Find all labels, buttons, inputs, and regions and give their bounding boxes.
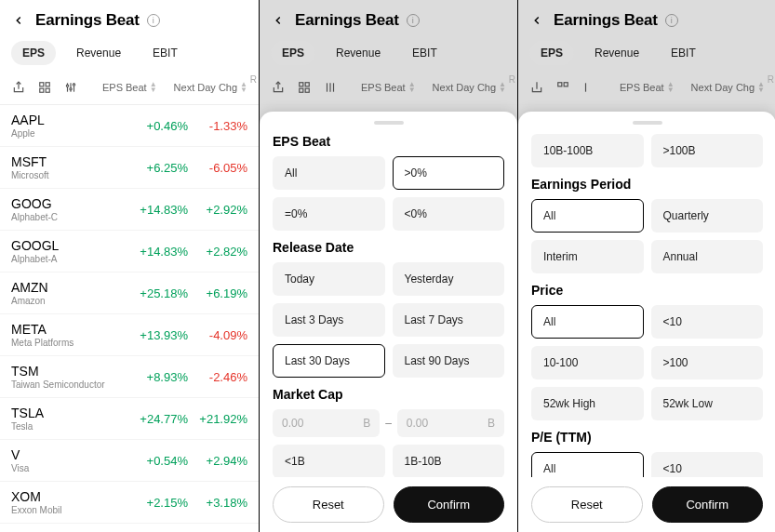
chip-option[interactable]: >100B <box>651 134 764 167</box>
tab-revenue[interactable]: Revenue <box>583 41 650 65</box>
svg-point-7 <box>66 85 68 86</box>
chip-option[interactable]: All <box>273 156 385 190</box>
chip-option[interactable]: All <box>531 305 644 339</box>
svg-rect-11 <box>305 83 309 86</box>
table-row[interactable]: NFLXNetflix+5.56%+11.09% <box>0 524 259 532</box>
sheet-handle[interactable] <box>633 121 662 125</box>
grid-icon[interactable] <box>297 80 312 95</box>
filter-eps-beat-label: EPS Beat <box>273 134 504 149</box>
table-row[interactable]: METAMeta Platforms+13.93%-4.09% <box>0 314 259 356</box>
tab-eps[interactable]: EPS <box>529 41 574 65</box>
info-icon[interactable]: i <box>665 14 678 27</box>
mcap-min-input[interactable]: 0.00B <box>273 409 380 437</box>
table-row[interactable]: VVisa+0.54%+2.94% <box>0 440 259 482</box>
chip-option[interactable]: <0% <box>393 197 505 231</box>
tab-eps[interactable]: EPS <box>11 41 56 65</box>
panel-list: Earnings Beat i EPSRevenueEBIT EPS Beat▲… <box>0 0 259 532</box>
share-icon[interactable] <box>529 80 544 95</box>
table-row[interactable]: XOMExxon Mobil+2.15%+3.18% <box>0 482 259 524</box>
svg-point-9 <box>73 84 74 86</box>
tab-revenue[interactable]: Revenue <box>65 41 132 65</box>
chip-option[interactable]: Last 30 Days <box>273 344 385 378</box>
confirm-button[interactable]: Confirm <box>652 486 764 523</box>
filter-icon[interactable] <box>323 80 338 95</box>
page-title: Earnings Beat <box>35 11 140 30</box>
col-next-day[interactable]: Next Day Chg▲▼ <box>174 82 247 93</box>
tab-ebit[interactable]: EBIT <box>660 41 707 65</box>
svg-rect-17 <box>558 83 562 86</box>
tab-ebit[interactable]: EBIT <box>401 41 448 65</box>
chip-option[interactable]: Last 90 Days <box>393 344 505 378</box>
filter-sheet: 10B-100B>100B Earnings Period AllQuarter… <box>518 112 775 532</box>
back-icon[interactable] <box>528 11 546 30</box>
table-row[interactable]: GOOGLAlphabet-A+14.83%+2.82% <box>0 231 259 273</box>
chip-option[interactable]: Interim <box>531 240 644 273</box>
filter-release-label: Release Date <box>273 240 504 255</box>
info-icon[interactable]: i <box>407 14 420 27</box>
filter-icon[interactable] <box>581 80 596 95</box>
chip-option[interactable]: =0% <box>273 197 385 231</box>
svg-rect-10 <box>300 83 303 86</box>
chip-option[interactable]: Last 3 Days <box>273 303 385 337</box>
toolbar: EPS Beat▲▼ Next Day Chg▲▼ <box>0 74 259 105</box>
svg-rect-18 <box>564 83 568 86</box>
edge-glyph: R <box>250 74 257 85</box>
chip-option[interactable]: 10B-100B <box>531 134 644 167</box>
back-icon[interactable] <box>9 11 28 30</box>
sheet-handle[interactable] <box>374 121 404 125</box>
confirm-button[interactable]: Confirm <box>394 486 505 523</box>
col-eps-beat[interactable]: EPS Beat▲▼ <box>102 82 157 93</box>
tab-ebit[interactable]: EBIT <box>141 41 189 65</box>
chip-option[interactable]: Last 7 Days <box>393 303 505 337</box>
chip-option[interactable]: <1B <box>273 445 385 478</box>
stock-list: AAPLApple+0.46%-1.33%MSFTMicrosoft+6.25%… <box>0 105 259 532</box>
filter-icon[interactable] <box>63 80 78 95</box>
svg-rect-1 <box>46 83 49 86</box>
page-title: Earnings Beat <box>554 11 658 30</box>
table-row[interactable]: TSLATesla+24.77%+21.92% <box>0 398 259 440</box>
share-icon[interactable] <box>11 80 26 95</box>
edge-glyph: R <box>509 74 515 85</box>
grid-icon[interactable] <box>555 80 570 95</box>
table-row[interactable]: AAPLApple+0.46%-1.33% <box>0 105 259 147</box>
page-title: Earnings Beat <box>295 11 399 30</box>
tab-revenue[interactable]: Revenue <box>325 41 392 65</box>
tab-eps[interactable]: EPS <box>271 41 315 65</box>
chip-option[interactable]: Yesterday <box>393 262 505 296</box>
grid-icon[interactable] <box>37 80 52 95</box>
info-icon[interactable]: i <box>147 14 160 27</box>
table-row[interactable]: AMZNAmazon+25.18%+6.19% <box>0 273 259 314</box>
chip-option[interactable]: <10 <box>651 305 764 339</box>
chip-option[interactable]: All <box>531 199 644 233</box>
chip-option[interactable]: >100 <box>651 346 764 379</box>
svg-point-8 <box>70 88 72 90</box>
reset-button[interactable]: Reset <box>531 486 643 523</box>
svg-rect-2 <box>40 88 44 92</box>
table-row[interactable]: TSMTaiwan Semiconductor+8.93%-2.46% <box>0 356 259 398</box>
reset-button[interactable]: Reset <box>273 486 384 523</box>
chip-option[interactable]: 1B-10B <box>393 445 505 478</box>
edge-glyph: R <box>768 74 774 85</box>
tabs: EPSRevenueEBIT <box>518 37 775 74</box>
table-row[interactable]: GOOGAlphabet-C+14.83%+2.92% <box>0 189 259 231</box>
chip-option[interactable]: Quarterly <box>651 199 764 233</box>
table-row[interactable]: MSFTMicrosoft+6.25%-6.05% <box>0 147 259 189</box>
svg-rect-12 <box>300 88 303 92</box>
panel-filter-1: Earnings Beat i EPSRevenueEBIT EPS Beat▲… <box>260 0 517 532</box>
filter-mcap-label: Market Cap <box>273 387 504 402</box>
filter-sheet: EPS Beat All>0%=0%<0% Release Date Today… <box>260 112 517 532</box>
svg-rect-3 <box>46 88 49 92</box>
chip-option[interactable]: 52wk Low <box>651 387 764 420</box>
chip-option[interactable]: 52wk High <box>531 387 644 420</box>
chip-option[interactable]: Today <box>273 262 385 296</box>
filter-price-label: Price <box>531 283 763 298</box>
filter-period-label: Earnings Period <box>531 177 763 192</box>
chip-option[interactable]: >0% <box>393 156 505 190</box>
chip-option[interactable]: 10-100 <box>531 346 644 379</box>
panel-filter-2: Earnings Beat i EPSRevenueEBIT EPS Beat▲… <box>518 0 775 532</box>
svg-rect-0 <box>40 83 44 86</box>
back-icon[interactable] <box>269 11 287 30</box>
mcap-max-input[interactable]: 0.00B <box>397 409 504 437</box>
share-icon[interactable] <box>271 80 286 95</box>
chip-option[interactable]: Annual <box>651 240 764 273</box>
